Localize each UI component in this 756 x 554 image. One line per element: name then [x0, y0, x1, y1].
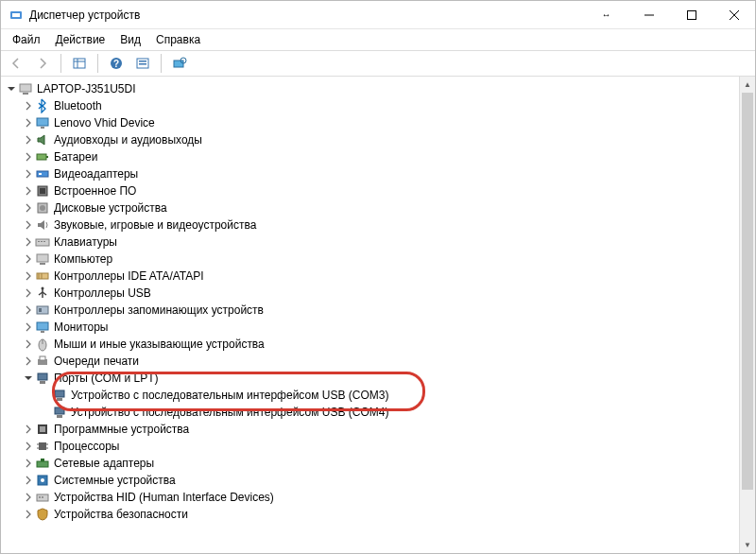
svg-rect-57: [39, 442, 46, 450]
svg-point-27: [40, 205, 45, 211]
svg-rect-25: [40, 188, 45, 194]
tree-item[interactable]: Мыши и иные указывающие устройства: [1, 336, 739, 353]
menu-action[interactable]: Действие: [48, 31, 113, 48]
scan-hardware-button[interactable]: [168, 53, 191, 74]
expand-icon[interactable]: [39, 389, 52, 402]
tree-item[interactable]: Звуковые, игровые и видеоустройства: [1, 216, 739, 234]
tree-item[interactable]: Батареи: [1, 148, 739, 165]
menu-file[interactable]: Файл: [5, 31, 48, 48]
tree-item-label: Устройство с последовательным интерфейсо…: [71, 406, 388, 419]
tree-root[interactable]: LAPTOP-J351U5DI: [1, 80, 739, 97]
tree-item[interactable]: Контроллеры IDE ATA/ATAPI: [1, 268, 739, 285]
tree-item-label: Lenovo Vhid Device: [54, 116, 155, 130]
svg-rect-41: [37, 306, 48, 314]
tree-item[interactable]: Видеоадаптеры: [1, 165, 739, 182]
tree-item[interactable]: Контроллеры запоминающих устройств: [1, 302, 739, 319]
svg-rect-1: [12, 13, 20, 17]
tree-item[interactable]: Порты (COM и LPT): [1, 370, 739, 387]
svg-rect-12: [139, 61, 146, 62]
display-adapter-icon: [35, 166, 50, 182]
tree-item[interactable]: Процессоры: [1, 438, 739, 455]
tree-item[interactable]: Очереди печати: [1, 353, 739, 370]
tree-item-label: Контроллеры USB: [54, 286, 151, 300]
tree-item[interactable]: Контроллеры USB: [1, 285, 739, 302]
tree-child-item[interactable]: Устройство с последовательным интерфейсо…: [1, 387, 739, 404]
tree-item[interactable]: Программные устройства: [1, 421, 739, 438]
tree-item-label: Сетевые адаптеры: [54, 457, 154, 470]
device-tree[interactable]: LAPTOP-J351U5DI BluetoothLenovo Vhid Dev…: [1, 77, 739, 553]
expand-icon[interactable]: [22, 474, 35, 487]
tree-item[interactable]: Аудиовходы и аудиовыходы: [1, 131, 739, 148]
expand-icon[interactable]: [22, 508, 35, 521]
expand-icon[interactable]: [22, 286, 35, 300]
expand-icon[interactable]: [22, 355, 35, 368]
expand-icon[interactable]: [22, 167, 35, 181]
window-controls: ↔: [585, 1, 755, 29]
menu-view[interactable]: Вид: [112, 31, 148, 48]
collapse-icon[interactable]: [22, 372, 35, 385]
tree-item[interactable]: Устройства HID (Human Interface Devices): [1, 489, 739, 506]
show-hidden-button[interactable]: [68, 53, 91, 74]
svg-rect-30: [41, 241, 43, 242]
expand-icon[interactable]: [22, 116, 35, 130]
back-button[interactable]: [5, 53, 27, 74]
expand-icon[interactable]: [22, 218, 35, 232]
scroll-down-button[interactable]: ▼: [740, 537, 755, 553]
expand-icon[interactable]: [22, 150, 35, 164]
tree-item[interactable]: Дисковые устройства: [1, 199, 739, 216]
expand-icon[interactable]: [22, 457, 35, 470]
system-icon: [35, 473, 50, 488]
storage-controller-icon: [35, 303, 50, 318]
help-button[interactable]: ?: [105, 53, 128, 74]
scroll-up-button[interactable]: ▲: [740, 77, 755, 93]
tree-item[interactable]: Bluetooth: [1, 97, 739, 114]
properties-button[interactable]: [131, 53, 154, 74]
svg-rect-3: [687, 10, 696, 19]
menu-help[interactable]: Справка: [148, 31, 208, 48]
expand-icon[interactable]: [22, 320, 35, 334]
toolbar-separator: [97, 54, 98, 73]
tree-item[interactable]: Системные устройства: [1, 472, 739, 489]
expand-icon[interactable]: [22, 201, 35, 215]
expand-icon[interactable]: [22, 423, 35, 436]
window-title: Диспетчер устройств: [29, 9, 585, 22]
collapse-icon[interactable]: [5, 82, 18, 95]
expand-icon[interactable]: [22, 338, 35, 351]
expand-icon[interactable]: [22, 235, 35, 249]
tree-item[interactable]: Компьютер: [1, 251, 739, 268]
svg-rect-32: [37, 254, 48, 262]
minimize-button[interactable]: [627, 1, 670, 29]
computer-icon: [35, 251, 50, 267]
vertical-scrollbar[interactable]: ▲ ▼: [739, 77, 755, 553]
tree-item[interactable]: Мониторы: [1, 319, 739, 336]
resize-grip-button[interactable]: ↔: [585, 1, 627, 29]
expand-icon[interactable]: [22, 303, 35, 317]
expand-icon[interactable]: [22, 252, 35, 266]
expand-icon[interactable]: [22, 491, 35, 504]
toolbar: ?: [1, 50, 755, 77]
svg-rect-28: [36, 239, 49, 246]
tree-child-item[interactable]: Устройство с последовательным интерфейсо…: [1, 404, 739, 421]
scroll-thumb[interactable]: [742, 93, 753, 490]
maximize-button[interactable]: [670, 1, 713, 29]
tree-item[interactable]: Встроенное ПО: [1, 182, 739, 199]
forward-button[interactable]: [31, 53, 54, 74]
expand-icon[interactable]: [39, 406, 52, 419]
security-icon: [35, 507, 50, 522]
svg-point-68: [42, 496, 43, 498]
tree-item[interactable]: Сетевые адаптеры: [1, 455, 739, 472]
cpu-icon: [35, 439, 50, 454]
tree-item[interactable]: Устройства безопасности: [1, 506, 739, 523]
expand-icon[interactable]: [22, 440, 35, 453]
tree-item-label: Программные устройства: [54, 423, 189, 436]
tree-item[interactable]: Lenovo Vhid Device: [1, 114, 739, 131]
close-button[interactable]: [713, 1, 755, 29]
expand-icon[interactable]: [22, 99, 35, 113]
tree-item[interactable]: Клавиатуры: [1, 234, 739, 251]
expand-icon[interactable]: [22, 269, 35, 283]
svg-rect-17: [23, 93, 28, 95]
tree-item-label: Порты (COM и LPT): [54, 372, 159, 385]
expand-icon[interactable]: [22, 184, 35, 198]
svg-rect-52: [57, 398, 62, 401]
expand-icon[interactable]: [22, 133, 35, 147]
